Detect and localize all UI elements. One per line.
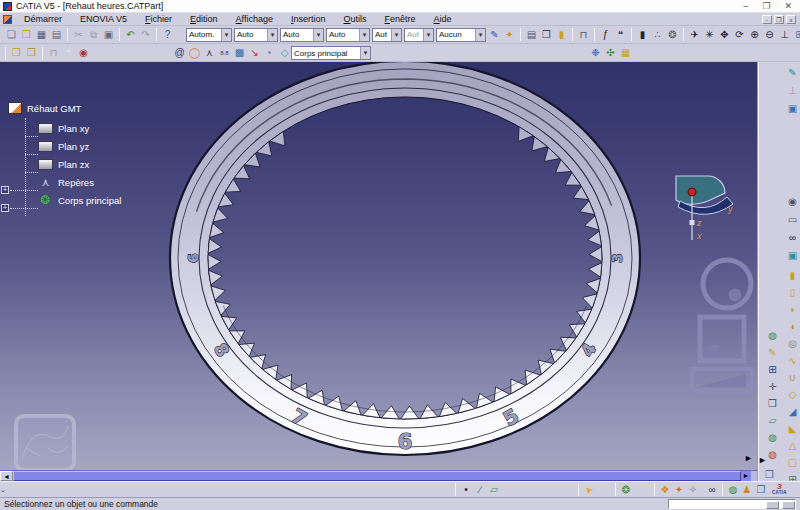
screen-mode-icon[interactable]: ▮ [635, 27, 650, 42]
child-close-button[interactable]: x [786, 15, 796, 24]
shaft-icon[interactable]: ◗ [785, 302, 800, 317]
scrollbar-thumb[interactable] [13, 471, 741, 481]
tree-node-plan-yz[interactable]: Plan yz [38, 138, 89, 154]
chamfer-icon[interactable]: ◣ [785, 421, 800, 436]
viewport-frame-icon[interactable]: ▭ [785, 212, 800, 227]
chevron-down-icon[interactable]: ▾ [221, 29, 231, 41]
scroll-left-arrow[interactable]: ◄ [0, 471, 13, 481]
graphic-combo-4[interactable]: Aut▾ [372, 28, 402, 42]
dimensions-icon[interactable]: 8.8 [217, 46, 232, 61]
insert-body-icon[interactable]: ◍ [765, 328, 780, 343]
3d-compass[interactable]: y z x [670, 160, 750, 252]
shell-icon[interactable]: ▢ [785, 455, 800, 470]
toolbar-overflow-icon[interactable]: ► [758, 455, 767, 465]
graphic-combo-6[interactable]: Aucun▾ [436, 28, 486, 42]
fit-all-in-icon[interactable]: ✳ [702, 27, 717, 42]
fillet-icon[interactable]: ◢ [785, 404, 800, 419]
grid-icon[interactable]: ⊞ [765, 362, 780, 377]
hole-icon[interactable]: ◎ [785, 336, 800, 351]
undo-icon[interactable]: ↶ [123, 27, 138, 42]
normal-view-icon[interactable]: ⊥ [777, 27, 792, 42]
chevron-down-icon[interactable]: ▾ [359, 29, 369, 41]
zoom-out-icon[interactable]: ⊖ [762, 27, 777, 42]
menu-fen-tre[interactable]: Fenêtre [376, 14, 425, 24]
palette-icon[interactable]: ▦ [618, 46, 633, 61]
apply-material-icon[interactable]: ◍ [765, 430, 780, 445]
chain-glasses-icon[interactable]: ∞ [705, 483, 719, 497]
sketch-tools-icon[interactable]: ✎ [765, 345, 780, 360]
projection-box-icon[interactable]: ▣ [785, 101, 800, 116]
powercopy-search-icon[interactable]: ✧ [686, 483, 700, 497]
chevron-down-icon[interactable]: ▾ [475, 29, 485, 41]
compass-pivot[interactable] [688, 188, 696, 196]
overlay-widgets[interactable] [688, 257, 757, 399]
groove-icon[interactable]: ◖ [785, 319, 800, 334]
graphic-combo-3[interactable]: Auto▾ [326, 28, 370, 42]
graphic-combo-1[interactable]: Auto▾ [234, 28, 278, 42]
flag-note-icon[interactable]: ❝ [61, 46, 76, 61]
rib-icon[interactable]: ∿ [785, 353, 800, 368]
status-button-2[interactable] [782, 501, 795, 509]
restore-button[interactable]: ❐ [762, 1, 770, 11]
menu-fichier[interactable]: Fichier [136, 14, 181, 24]
powercopy-save-icon[interactable]: ✦ [672, 483, 686, 497]
menu-d-marrer[interactable]: Démarrer [15, 14, 71, 24]
doc-books-icon[interactable]: ❒ [762, 467, 777, 482]
macro-bench-icon[interactable]: ▤ [524, 27, 539, 42]
snap-star-icon[interactable]: ✛ [765, 379, 780, 394]
mail-icon[interactable]: @ [172, 46, 187, 61]
material-red-icon[interactable]: ◍ [765, 447, 780, 462]
close-button[interactable]: ✕ [784, 1, 792, 11]
workbench-icon[interactable]: ⊓ [576, 27, 591, 42]
graphic-combo-2[interactable]: Auto▾ [280, 28, 324, 42]
new-document-icon[interactable]: ❏ [4, 27, 19, 42]
redo-icon[interactable]: ↷ [138, 27, 153, 42]
binoculars-icon[interactable]: ∞ [785, 230, 800, 245]
orange-ring-icon[interactable]: ◯ [187, 46, 202, 61]
zoom-in-icon[interactable]: ⊕ [747, 27, 762, 42]
tree-node-plan-zx[interactable]: Plan zx [38, 156, 89, 172]
scroll-right-arrow[interactable]: ► [741, 471, 751, 481]
paintbrush-icon[interactable]: ✎ [487, 27, 502, 42]
menu-affichage[interactable]: Affichage [227, 14, 282, 24]
compass-handle[interactable] [690, 220, 695, 225]
pan-icon[interactable]: ✥ [717, 27, 732, 42]
tree-node-root[interactable]: Réhaut GMT [8, 100, 81, 116]
transform-box-icon[interactable]: ❒ [765, 396, 780, 411]
multi-view-icon[interactable]: ⊞ [792, 27, 800, 42]
battery-icon[interactable]: ▮ [554, 27, 569, 42]
chevron-down-icon[interactable]: ▾ [267, 29, 277, 41]
chevron-down-icon[interactable]: ▾ [360, 47, 370, 59]
child-minimize-button[interactable]: - [762, 15, 772, 24]
catalog-save-icon[interactable]: ❒ [24, 46, 39, 61]
print-icon[interactable]: ▤ [49, 27, 64, 42]
pad-knob[interactable] [708, 345, 719, 356]
paint-splash-icon[interactable]: ❉ [588, 46, 603, 61]
rotate-icon[interactable]: ⟳ [732, 27, 747, 42]
3d-viewport[interactable]: 3456789 Réhaut GMT Plan xy Plan yz [0, 62, 757, 470]
chevron-down-icon[interactable]: ▾ [391, 29, 401, 41]
wax-seal-icon[interactable]: ◉ [76, 46, 91, 61]
toolbar-overflow-icon[interactable]: ► [744, 453, 753, 463]
graph-tree-icon[interactable]: ∴ [650, 27, 665, 42]
menu-edition[interactable]: Edition [181, 14, 227, 24]
draft-angle-icon[interactable]: △ [785, 438, 800, 453]
axis-system-icon[interactable]: ⋏ [202, 46, 217, 61]
green-plane-icon[interactable]: ▱ [765, 413, 780, 428]
whats-this-icon[interactable]: ? [160, 27, 175, 42]
catalog-browse-icon[interactable]: ◍ [726, 483, 740, 497]
tree-node-corps-principal[interactable]: ❂ Corps principal [38, 192, 121, 208]
minimize-button[interactable]: – [743, 1, 748, 11]
rotation-dial-widget[interactable] [703, 260, 751, 308]
status-button-1[interactable] [766, 501, 779, 509]
measure-bench-icon[interactable]: ⊓ [46, 46, 61, 61]
sketcher-icon[interactable]: ✎ [785, 65, 800, 80]
graphic-combo-0[interactable]: Autom.▾ [186, 28, 232, 42]
blue-box-icon[interactable]: ▩ [232, 46, 247, 61]
cut-icon[interactable]: ✂ [71, 27, 86, 42]
small-dot-icon[interactable]: • [262, 46, 277, 61]
open-icon[interactable]: ❐ [19, 27, 34, 42]
child-restore-button[interactable]: ❐ [774, 15, 784, 24]
annotation-balloon-icon[interactable]: ❝ [613, 27, 628, 42]
save-icon[interactable]: ▦ [34, 27, 49, 42]
